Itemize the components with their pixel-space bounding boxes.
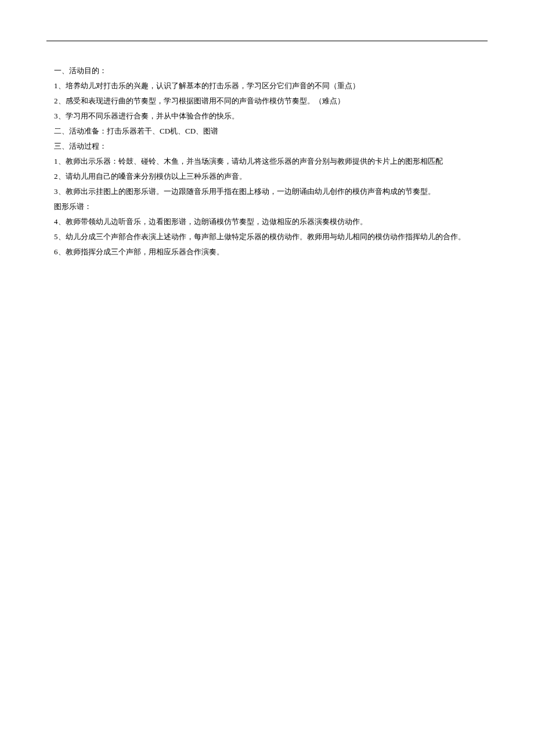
process-6: 6、教师指挥分成三个声部，用相应乐器合作演奏。 — [46, 244, 488, 260]
process-2: 2、请幼儿用自己的嗓音来分别模仿以上三种乐器的声音。 — [46, 169, 488, 184]
objective-3: 3、学习用不同乐器进行合奏，并从中体验合作的快乐。 — [46, 109, 488, 124]
process-5: 5、幼儿分成三个声部合作表演上述动作，每声部上做特定乐器的模仿动作。教师用与幼儿… — [46, 229, 488, 244]
section-2-heading: 二、活动准备：打击乐器若干、CD机、CD、图谱 — [46, 124, 488, 139]
horizontal-divider — [46, 41, 488, 41]
objective-1: 1、培养幼儿对打击乐的兴趣，认识了解基本的打击乐器，学习区分它们声音的不同（重点… — [46, 78, 488, 93]
score-label: 图形乐谱： — [46, 199, 488, 214]
section-3-heading: 三、活动过程： — [46, 139, 488, 154]
objective-2: 2、感受和表现进行曲的节奏型，学习根据图谱用不同的声音动作模仿节奏型。（难点） — [46, 93, 488, 109]
section-1-heading: 一、活动目的： — [46, 63, 488, 78]
process-4: 4、教师带领幼儿边听音乐，边看图形谱，边朗诵模仿节奏型，边做相应的乐器演奏模仿动… — [46, 214, 488, 229]
process-1: 1、教师出示乐器：铃鼓、碰铃、木鱼，并当场演奏，请幼儿将这些乐器的声音分别与教师… — [46, 154, 488, 169]
process-3: 3、教师出示挂图上的图形乐谱。一边跟随音乐用手指在图上移动，一边朗诵由幼儿创作的… — [46, 184, 488, 199]
